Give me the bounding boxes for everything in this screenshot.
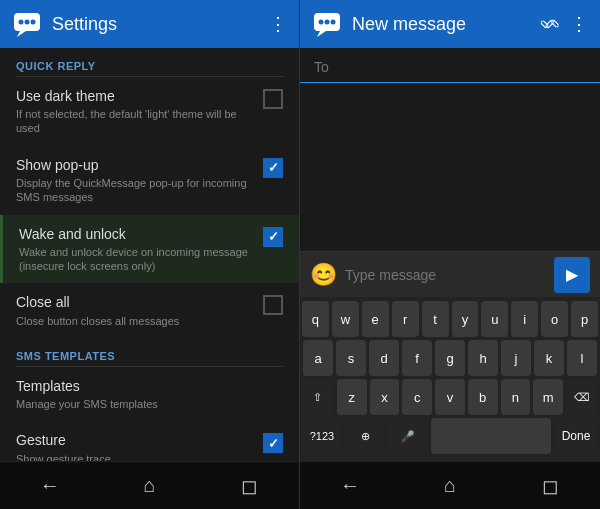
svg-point-4 bbox=[31, 20, 36, 25]
key-g[interactable]: g bbox=[435, 340, 465, 376]
key-u[interactable]: u bbox=[481, 301, 508, 337]
settings-title: Settings bbox=[52, 14, 259, 35]
setting-wake-unlock[interactable]: Wake and unlock Wake and unlock device o… bbox=[0, 215, 299, 284]
key-c[interactable]: c bbox=[402, 379, 432, 415]
app-icon bbox=[12, 9, 42, 39]
key-v[interactable]: v bbox=[435, 379, 465, 415]
setting-templates[interactable]: Templates Manage your SMS templates bbox=[0, 367, 299, 421]
recents-button[interactable]: ◻ bbox=[219, 466, 279, 506]
keyboard: q w e r t y u i o p a s d f g h j k l ⇧ … bbox=[300, 297, 600, 461]
key-settings[interactable]: ⊕ bbox=[345, 418, 385, 454]
key-l[interactable]: l bbox=[567, 340, 597, 376]
settings-menu-icon[interactable]: ⋮ bbox=[269, 13, 287, 35]
key-shift[interactable]: ⇧ bbox=[302, 379, 334, 415]
msg-app-icon bbox=[312, 9, 342, 39]
msg-recents-button[interactable]: ◻ bbox=[520, 466, 580, 506]
key-k[interactable]: k bbox=[534, 340, 564, 376]
key-s[interactable]: s bbox=[336, 340, 366, 376]
svg-point-3 bbox=[25, 20, 30, 25]
key-p[interactable]: p bbox=[571, 301, 598, 337]
settings-panel: Settings ⋮ QUICK REPLY Use dark theme If… bbox=[0, 0, 300, 509]
to-input[interactable] bbox=[314, 59, 586, 75]
key-m[interactable]: m bbox=[533, 379, 563, 415]
right-nav-bar: ← ⌂ ◻ bbox=[300, 461, 600, 509]
keyboard-row-1: q w e r t y u i o p bbox=[302, 301, 598, 337]
key-t[interactable]: t bbox=[422, 301, 449, 337]
back-button[interactable]: ← bbox=[20, 466, 80, 506]
key-done[interactable]: Done bbox=[554, 418, 598, 454]
checkbox-dark-theme[interactable] bbox=[263, 89, 283, 109]
setting-dark-theme[interactable]: Use dark theme If not selected, the defa… bbox=[0, 77, 299, 146]
section-sms-templates: SMS TEMPLATES bbox=[0, 338, 299, 366]
key-backspace[interactable]: ⌫ bbox=[566, 379, 598, 415]
key-e[interactable]: e bbox=[362, 301, 389, 337]
key-a[interactable]: a bbox=[303, 340, 333, 376]
key-b[interactable]: b bbox=[468, 379, 498, 415]
key-w[interactable]: w bbox=[332, 301, 359, 337]
key-j[interactable]: j bbox=[501, 340, 531, 376]
svg-point-2 bbox=[19, 20, 24, 25]
message-body-area[interactable] bbox=[300, 83, 600, 251]
key-x[interactable]: x bbox=[370, 379, 400, 415]
key-f[interactable]: f bbox=[402, 340, 432, 376]
new-message-panel: New message 🖇 ⋮ 😊 ▶ q w e r t y u i o p … bbox=[300, 0, 600, 509]
home-button[interactable]: ⌂ bbox=[119, 466, 179, 506]
setting-gesture[interactable]: Gesture Show gesture trace bbox=[0, 421, 299, 461]
key-o[interactable]: o bbox=[541, 301, 568, 337]
keyboard-row-4: ?123 ⊕ 🎤 Done bbox=[302, 418, 598, 454]
svg-marker-6 bbox=[317, 31, 326, 37]
left-nav-bar: ← ⌂ ◻ bbox=[0, 461, 299, 509]
message-header: New message 🖇 ⋮ bbox=[300, 0, 600, 48]
attach-button[interactable]: 🖇 bbox=[535, 10, 563, 38]
checkbox-show-popup[interactable] bbox=[263, 158, 283, 178]
setting-close-all[interactable]: Close all Close button closes all messag… bbox=[0, 283, 299, 337]
msg-home-button[interactable]: ⌂ bbox=[420, 466, 480, 506]
key-num[interactable]: ?123 bbox=[302, 418, 342, 454]
key-y[interactable]: y bbox=[452, 301, 479, 337]
key-q[interactable]: q bbox=[302, 301, 329, 337]
message-input[interactable] bbox=[345, 267, 546, 283]
emoji-button[interactable]: 😊 bbox=[310, 262, 337, 288]
settings-header: Settings ⋮ bbox=[0, 0, 299, 48]
checkbox-close-all[interactable] bbox=[263, 295, 283, 315]
send-button[interactable]: ▶ bbox=[554, 257, 590, 293]
svg-point-8 bbox=[325, 20, 330, 25]
svg-point-7 bbox=[319, 20, 324, 25]
section-quick-reply: QUICK REPLY bbox=[0, 48, 299, 76]
key-mic[interactable]: 🎤 bbox=[388, 418, 428, 454]
msg-back-button[interactable]: ← bbox=[320, 466, 380, 506]
settings-content: QUICK REPLY Use dark theme If not select… bbox=[0, 48, 299, 461]
checkbox-wake-unlock[interactable] bbox=[263, 227, 283, 247]
key-d[interactable]: d bbox=[369, 340, 399, 376]
key-i[interactable]: i bbox=[511, 301, 538, 337]
key-space[interactable] bbox=[431, 418, 551, 454]
compose-bar: 😊 ▶ bbox=[300, 251, 600, 297]
checkbox-gesture[interactable] bbox=[263, 433, 283, 453]
keyboard-row-3: ⇧ z x c v b n m ⌫ bbox=[302, 379, 598, 415]
new-message-title: New message bbox=[352, 14, 530, 35]
setting-show-popup[interactable]: Show pop-up Display the QuickMessage pop… bbox=[0, 146, 299, 215]
key-n[interactable]: n bbox=[501, 379, 531, 415]
key-z[interactable]: z bbox=[337, 379, 367, 415]
svg-point-9 bbox=[331, 20, 336, 25]
key-r[interactable]: r bbox=[392, 301, 419, 337]
keyboard-row-2: a s d f g h j k l bbox=[302, 340, 598, 376]
key-h[interactable]: h bbox=[468, 340, 498, 376]
to-field[interactable] bbox=[300, 48, 600, 83]
svg-marker-1 bbox=[17, 31, 26, 37]
message-menu-icon[interactable]: ⋮ bbox=[570, 13, 588, 35]
